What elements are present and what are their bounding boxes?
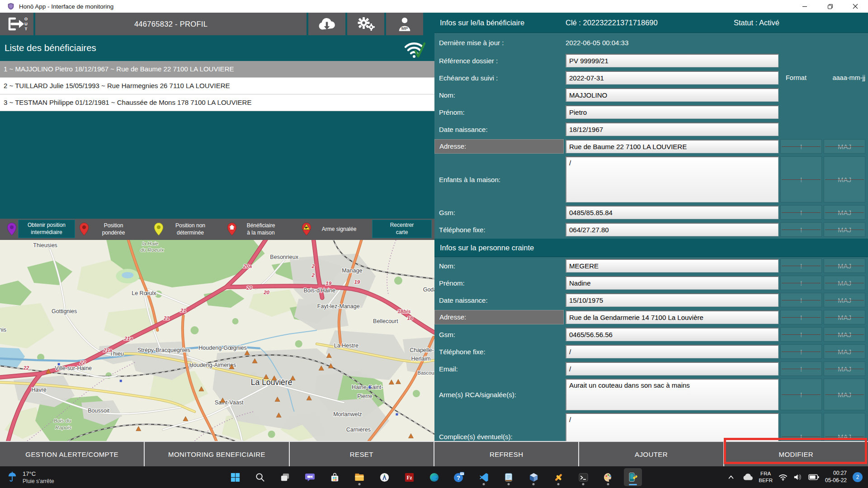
edge-icon bbox=[429, 472, 439, 483]
refresh-button[interactable]: REFRESH bbox=[434, 442, 578, 466]
feared-landline-input[interactable] bbox=[566, 345, 778, 358]
tray-wifi-icon[interactable] bbox=[778, 473, 788, 481]
search-icon bbox=[255, 472, 265, 483]
warn-button[interactable]: ! bbox=[780, 344, 822, 359]
minimize-button[interactable] bbox=[792, 0, 817, 13]
map-town-label: Bois du bbox=[54, 418, 71, 423]
file-explorer-button[interactable] bbox=[350, 468, 368, 486]
feared-row-weapons: Arme(s) RCA/signalée(s): Aurait un coute… bbox=[434, 377, 868, 412]
warn-button[interactable]: ! bbox=[780, 276, 822, 290]
maj-button[interactable]: MAJ bbox=[824, 327, 865, 342]
landline-input[interactable] bbox=[566, 223, 778, 236]
mp-user-button[interactable]: MP bbox=[386, 13, 423, 35]
warn-button[interactable]: ! bbox=[780, 327, 822, 342]
feared-name-input[interactable] bbox=[566, 259, 778, 272]
maj-button[interactable]: MAJ bbox=[824, 361, 865, 376]
maj-button[interactable]: MAJ bbox=[824, 222, 865, 237]
beneficiary-row[interactable]: 1 ~ MAJJOLINO Pietro 18/12/1967 ~ Rue de… bbox=[0, 61, 434, 78]
maj-button[interactable]: MAJ bbox=[824, 310, 865, 324]
restore-button[interactable] bbox=[817, 0, 843, 13]
start-button[interactable] bbox=[226, 468, 244, 486]
modifier-button[interactable]: MODIFIER bbox=[724, 442, 868, 466]
maj-button[interactable]: MAJ bbox=[824, 139, 865, 154]
notification-badge[interactable]: 2 bbox=[853, 472, 863, 482]
warn-button[interactable]: ! bbox=[780, 222, 822, 237]
warn-button[interactable]: ! bbox=[780, 205, 822, 220]
gestion-alerte-button[interactable]: GESTION ALERTE/COMPTE bbox=[0, 442, 144, 466]
monitoring-beneficiaire-button[interactable]: MONITORING BENEFICIAIRE bbox=[145, 442, 288, 466]
warn-button[interactable]: ! bbox=[780, 156, 822, 202]
beneficiary-row[interactable]: 3 ~ TESTMAN Philippe 01/12/1981 ~ Chauss… bbox=[0, 94, 434, 111]
running-indicator bbox=[582, 483, 585, 485]
android-studio-button[interactable] bbox=[375, 468, 393, 486]
battery-icon[interactable] bbox=[808, 474, 819, 481]
profile-label: 446765832 - PROFIL bbox=[35, 13, 307, 35]
maj-button[interactable]: MAJ bbox=[824, 379, 865, 410]
children-textarea[interactable]: / bbox=[566, 156, 778, 202]
weapons-textarea[interactable]: Aurait un couteau dans son sac à mains bbox=[566, 379, 778, 410]
warn-button[interactable]: ! bbox=[780, 310, 822, 324]
hono-app-taskbar-button[interactable] bbox=[624, 468, 642, 486]
ajouter-button[interactable]: AJOUTER bbox=[579, 442, 723, 466]
maj-button[interactable]: MAJ bbox=[824, 276, 865, 290]
help-app-button[interactable]: ? bbox=[450, 468, 468, 486]
feared-email-input[interactable] bbox=[566, 362, 778, 375]
maj-button[interactable]: MAJ bbox=[824, 156, 865, 202]
warn-button[interactable]: ! bbox=[780, 293, 822, 307]
firstname-input[interactable] bbox=[566, 105, 778, 119]
wifi-status-icon bbox=[402, 38, 426, 59]
feared-firstname-input[interactable] bbox=[566, 276, 778, 290]
edge-button[interactable] bbox=[425, 468, 443, 486]
settings-button[interactable] bbox=[347, 13, 384, 35]
recenter-map-button[interactable]: Recentrer carte bbox=[372, 220, 432, 238]
tray-chevron-icon[interactable] bbox=[727, 473, 735, 481]
warn-button[interactable]: ! bbox=[780, 258, 822, 273]
feared-birthdate-input[interactable] bbox=[566, 293, 778, 307]
reference-input[interactable] bbox=[566, 54, 778, 67]
paint-app-button[interactable] bbox=[599, 468, 617, 486]
map-canvas[interactable]: Thieusiesnisla Haiedu RoeulxBesonrieuxLe… bbox=[0, 240, 434, 441]
accomplices-textarea[interactable]: / bbox=[566, 413, 778, 441]
download-button[interactable] bbox=[308, 13, 345, 35]
vscode-button[interactable] bbox=[475, 468, 493, 486]
beneficiary-row[interactable]: 2 ~ TUILLARD Julie 15/05/1993 ~ Rue Harm… bbox=[0, 78, 434, 94]
dev-tool-button[interactable] bbox=[549, 468, 567, 486]
maj-button[interactable]: MAJ bbox=[824, 344, 865, 359]
virtualbox-button[interactable] bbox=[524, 468, 542, 486]
warn-button[interactable]: ! bbox=[780, 361, 822, 376]
volume-icon[interactable] bbox=[793, 473, 802, 481]
chat-button[interactable] bbox=[301, 468, 319, 486]
maj-button[interactable]: MAJ bbox=[824, 258, 865, 273]
deadline-input[interactable] bbox=[566, 71, 778, 84]
warn-button[interactable]: ! bbox=[780, 413, 822, 441]
map-town-label: Besonrieux bbox=[270, 254, 298, 260]
warn-button[interactable]: ! bbox=[780, 379, 822, 410]
address-input[interactable] bbox=[566, 140, 778, 153]
feared-gsm-input[interactable] bbox=[566, 328, 778, 341]
logout-button[interactable]: O U T bbox=[0, 13, 33, 35]
maj-button[interactable]: MAJ bbox=[824, 205, 865, 220]
map-town-label: Strépy-Bracquegnies bbox=[137, 347, 190, 353]
map-exit-label: 18 bbox=[407, 315, 413, 321]
legend-item-intermediate[interactable]: Obtenir position intermédiaire bbox=[18, 220, 75, 238]
maj-button[interactable]: MAJ bbox=[824, 413, 865, 441]
close-button[interactable] bbox=[843, 0, 868, 13]
search-button[interactable] bbox=[251, 468, 269, 486]
filezilla-button[interactable]: Fz bbox=[400, 468, 418, 486]
maj-button[interactable]: MAJ bbox=[824, 293, 865, 307]
notepadpp-button[interactable] bbox=[500, 468, 518, 486]
terminal-button[interactable] bbox=[574, 468, 592, 486]
feared-address-input[interactable] bbox=[566, 310, 778, 324]
gsm-input[interactable] bbox=[566, 206, 778, 219]
store-button[interactable] bbox=[326, 468, 344, 486]
onedrive-icon[interactable] bbox=[741, 473, 753, 481]
warn-button[interactable]: ! bbox=[780, 139, 822, 154]
clock-widget[interactable]: 00:27 05-06-22 bbox=[825, 470, 847, 484]
tray-time: 00:27 bbox=[825, 470, 847, 477]
birthdate-input[interactable] bbox=[566, 122, 778, 136]
android-studio-icon bbox=[379, 472, 390, 483]
reset-button[interactable]: RESET bbox=[290, 442, 434, 466]
name-input[interactable] bbox=[566, 88, 778, 102]
language-indicator[interactable]: FRA BEFR bbox=[759, 470, 773, 484]
task-view-button[interactable] bbox=[276, 468, 294, 486]
